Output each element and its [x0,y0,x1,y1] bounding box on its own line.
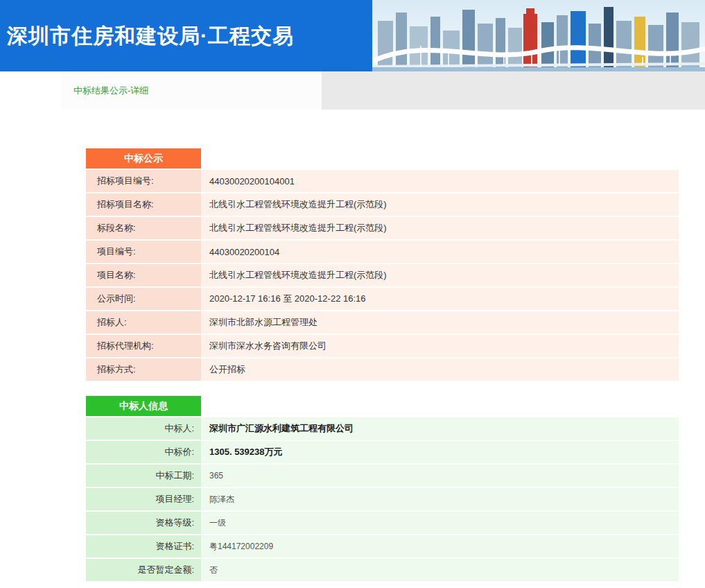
breadcrumb-bar: 中标结果公示-详细 [61,71,705,110]
table-row: 项目名称: 北线引水工程管线环境改造提升工程(示范段) [86,264,679,286]
table-row: 公示时间: 2020-12-17 16:16 至 2020-12-22 16:1… [86,288,679,310]
row-value: 北线引水工程管线环境改造提升工程(示范段) [201,264,679,286]
row-value: 粤144172002209 [201,535,679,557]
table-row: 项目编号: 44030020200104 [86,241,679,263]
row-value: 2020-12-17 16:16 至 2020-12-22 16:16 [201,288,679,310]
row-value: 北线引水工程管线环境改造提升工程(示范段) [201,193,679,216]
section-title-winner-info: 中标人信息 [86,396,201,416]
table-row: 中标价: 1305. 539238万元 [86,441,679,463]
table-row: 中标人: 深圳市广汇源水利建筑工程有限公司 [86,417,679,440]
table-row: 项目经理: 陈泽杰 [86,488,679,510]
row-value: 深圳市深水水务咨询有限公司 [201,335,679,357]
row-label: 标段名称: [86,217,201,239]
table-row: 招标人: 深圳市北部水源工程管理处 [86,311,679,334]
header-cityscape-image [372,0,705,71]
row-value: 1305. 539238万元 [201,441,679,463]
row-value: 否 [201,559,679,581]
table-row: 招标项目编号: 44030020200104001 [86,170,679,192]
row-label: 公示时间: [86,288,201,310]
row-label: 中标价: [86,441,201,463]
section-title-bid-announcement: 中标公示 [86,148,201,168]
row-value: 44030020200104 [201,241,679,263]
bid-announcement-table: 招标项目编号: 44030020200104001 招标项目名称: 北线引水工程… [86,168,679,382]
main-content: 中标公示 招标项目编号: 44030020200104001 招标项目名称: 北… [86,148,679,582]
site-header: 深圳市住房和建设局·工程交易 [0,0,705,71]
row-value: 深圳市北部水源工程管理处 [201,311,679,334]
row-label: 是否暂定金额: [86,559,201,581]
row-label: 中标工期: [86,465,201,487]
table-row: 招标项目名称: 北线引水工程管线环境改造提升工程(示范段) [86,193,679,216]
table-row: 招标方式: 公开招标 [86,358,679,381]
row-label: 项目名称: [86,264,201,286]
row-value: 44030020200104001 [201,170,679,192]
table-row: 招标代理机构: 深圳市深水水务咨询有限公司 [86,335,679,357]
row-label: 招标代理机构: [86,335,201,357]
row-value: 北线引水工程管线环境改造提升工程(示范段) [201,217,679,239]
breadcrumb-label: 中标结果公示-详细 [73,85,148,97]
row-label: 中标人: [86,417,201,440]
row-label: 招标人: [86,311,201,334]
row-value: 一级 [201,512,679,534]
row-label: 资格等级: [86,512,201,534]
row-label: 项目编号: [86,241,201,263]
site-title: 深圳市住房和建设局·工程交易 [7,22,294,51]
breadcrumb: 中标结果公示-详细 [61,71,322,110]
row-label: 资格证书: [86,535,201,557]
row-value: 陈泽杰 [201,488,679,510]
row-value: 深圳市广汇源水利建筑工程有限公司 [201,417,679,440]
row-label: 项目经理: [86,488,201,510]
table-row: 资格等级: 一级 [86,512,679,534]
row-value: 公开招标 [201,358,679,381]
row-value: 365 [201,465,679,487]
row-label: 招标项目名称: [86,193,201,216]
cityscape-illustration [372,0,705,71]
table-row: 资格证书: 粤144172002209 [86,535,679,557]
row-label: 招标方式: [86,358,201,381]
winner-info-table: 中标人: 深圳市广汇源水利建筑工程有限公司 中标价: 1305. 539238万… [86,416,679,582]
table-row: 标段名称: 北线引水工程管线环境改造提升工程(示范段) [86,217,679,239]
table-row: 中标工期: 365 [86,465,679,487]
row-label: 招标项目编号: [86,170,201,192]
table-row: 是否暂定金额: 否 [86,559,679,581]
